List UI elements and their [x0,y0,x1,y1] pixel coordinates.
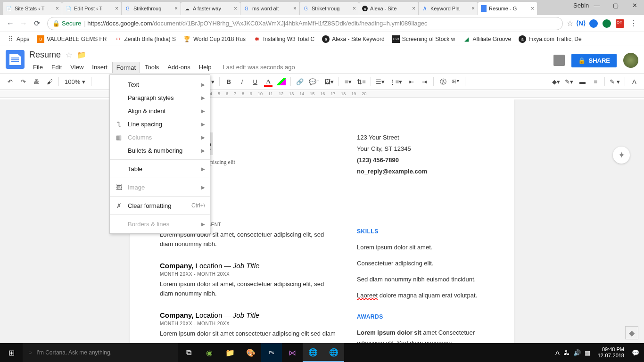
underline-button[interactable]: U [249,75,261,88]
menu-insert[interactable]: Insert [88,62,111,73]
menu-item-paragraph-styles[interactable]: Paragraph styles▶ [110,91,210,104]
tool-1[interactable]: ◆▾ [550,75,562,88]
tool-2[interactable]: ✎▾ [563,75,575,88]
cortana-search[interactable]: ○I'm Cortana. Ask me anything. [23,343,178,362]
taskbar-app[interactable]: ⋈ [282,343,303,362]
menu-item-clear-formatting[interactable]: ✗Clear formattingCtrl+\ [110,199,210,212]
bookmark-item[interactable]: aAlexa - Site Keyword [319,33,387,45]
forward-button[interactable]: → [17,17,30,30]
task-view-button[interactable]: ⧉ [178,343,199,362]
bookmark-item[interactable]: ETZenith Birla (India) S [112,33,179,45]
taskbar-file-explorer[interactable]: 📁 [220,343,240,362]
close-icon[interactable]: × [115,5,118,12]
bookmark-item[interactable]: ◢Affiliate Groove [460,33,514,45]
taskbar-app[interactable]: ◉ [199,343,220,362]
close-window-button[interactable]: ✕ [625,0,644,9]
ruler[interactable]: 4567891011121314151617181920 [0,90,644,98]
text-color-button[interactable]: A [262,75,274,88]
menu-item-line-spacing[interactable]: ⇅Line spacing▶ [110,117,210,131]
maximize-button[interactable]: ▢ [606,0,625,9]
url-input[interactable]: 🔒 Secure | https://docs.google.com/docum… [47,17,563,30]
input-tools-button[interactable]: अ▾ [450,75,462,88]
star-icon[interactable]: ☆ [66,50,72,59]
bookmark-item[interactable]: ✱Installing W3 Total C [250,33,317,45]
share-button[interactable]: 🔒SHARE [571,54,617,67]
menu-help[interactable]: Help [195,62,215,73]
comments-icon[interactable] [553,55,565,66]
document-title[interactable]: Resume [29,50,61,60]
tool-4[interactable]: ≡ [589,75,602,88]
back-button[interactable]: ← [4,17,17,30]
taskbar-photoshop[interactable]: Ps [261,343,282,362]
taskbar-chrome-2[interactable]: 🌐 [323,343,344,362]
tab-edit-post[interactable]: 📄Edit Post ‹ T× [62,2,121,15]
paint-format-button[interactable]: 🖌 [43,75,56,88]
tray-input-icon[interactable]: ▦ [585,349,590,356]
tab-strikethrough-2[interactable]: GStrikethroug× [300,2,359,15]
close-icon[interactable]: × [293,5,297,12]
close-icon[interactable]: × [174,5,178,12]
start-button[interactable]: ⊞ [0,343,23,362]
ext-icon-1[interactable]: ⟨N⟩ [576,19,585,28]
close-icon[interactable]: × [56,5,59,12]
align-button[interactable]: ≡▾ [342,75,354,88]
tab-ms-word[interactable]: Gms word alt× [240,2,299,15]
menu-file[interactable]: File [29,62,47,73]
hide-menus-button[interactable]: ᐱ [628,75,640,88]
comment-button[interactable]: 💬⁺ [307,75,322,88]
menu-item-align-indent[interactable]: Align & indent▶ [110,104,210,117]
minimize-button[interactable]: — [587,0,606,9]
zoom-select[interactable]: 100% ▾ [62,78,88,85]
feedback-button[interactable]: ◆ [625,326,638,339]
tray-network-icon[interactable]: 🖧 [563,349,570,356]
italic-button[interactable]: I [236,75,248,88]
explore-button[interactable]: ✦ [613,147,630,164]
taskbar-chrome-1[interactable]: 🌐 [303,343,323,362]
menu-tools[interactable]: Tools [141,62,163,73]
numbered-list-button[interactable]: ☰▾ [374,75,387,88]
tab-faster-way[interactable]: ☁A faster way× [181,2,240,15]
bookmark-item[interactable]: TSRScreening of Stock w [389,33,458,45]
docs-logo-icon[interactable] [6,50,25,69]
taskbar-app[interactable]: 🎨 [240,343,261,362]
bullet-list-button[interactable]: ⋮≡▾ [388,75,405,88]
indent-button[interactable]: ⇥ [418,75,430,88]
bookmark-apps[interactable]: ⠿Apps [4,33,32,45]
editing-mode-button[interactable]: ✎ ▾ [608,75,622,88]
last-edit-link[interactable]: Last edit was seconds ago [219,62,299,73]
ext-icon-2[interactable] [589,19,598,28]
print-button[interactable]: 🖶 [30,75,42,88]
outdent-button[interactable]: ⇤ [405,75,417,88]
tab-keyword-planner[interactable]: ΛKeyword Pla× [419,2,478,15]
bookmark-item[interactable]: aFixya.com Traffic, De [516,33,584,45]
menu-addons[interactable]: Add-ons [164,62,194,73]
close-icon[interactable]: × [353,5,356,12]
document-canvas[interactable]: ▾ ✦ ◆ Name amet, consectetuer adipiscing… [0,99,644,343]
clear-format-button[interactable]: T⃠ [437,75,449,88]
menu-item-text[interactable]: Text▶ [110,78,210,91]
menu-item-bullets-numbering[interactable]: Bullets & numbering▶ [110,144,210,157]
menu-view[interactable]: View [66,62,87,73]
bookmark-item[interactable]: BVALUEABLE GEMS FR [34,33,109,45]
bold-button[interactable]: B [223,75,235,88]
close-icon[interactable]: × [531,5,534,12]
close-icon[interactable]: × [412,5,415,12]
menu-edit[interactable]: Edit [48,62,66,73]
tab-strikethrough-1[interactable]: GStrikethroug× [122,2,181,15]
chrome-profile[interactable]: Sebin [569,0,587,9]
system-clock[interactable]: 09:48 PM 12-07-2018 [594,346,628,359]
account-avatar[interactable] [623,53,638,68]
redo-button[interactable]: ↷ [17,75,29,88]
menu-format[interactable]: Format [112,62,140,73]
close-icon[interactable]: × [471,5,475,12]
menu-item-table[interactable]: Table▶ [110,162,210,175]
tray-notifications-icon[interactable]: 💬 [632,349,642,356]
chevron-down-icon[interactable]: ▾ [209,78,216,85]
tab-alexa[interactable]: aAlexa - Site× [359,2,418,15]
line-spacing-button[interactable]: ⇅≡ [355,75,368,88]
link-button[interactable]: 🔗 [294,75,306,88]
ext-icon-4[interactable]: Off [616,19,624,28]
bookmark-item[interactable]: 🏆World Cup 2018 Rus [181,33,248,45]
tab-resume[interactable]: Resume - G× [478,2,537,15]
chrome-menu-button[interactable]: ⋮ [627,17,640,30]
